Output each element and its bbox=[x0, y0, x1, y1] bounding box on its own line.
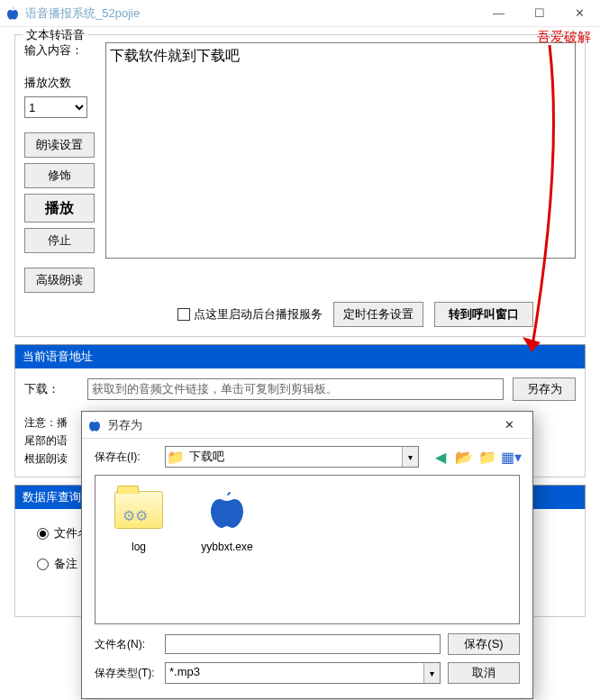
play-button[interactable]: 播放 bbox=[24, 194, 95, 223]
new-folder-icon[interactable]: 📁 bbox=[478, 448, 496, 466]
folder-icon: ⚙⚙ bbox=[114, 491, 163, 529]
goto-call-window-button[interactable]: 转到呼叫窗口 bbox=[434, 302, 533, 327]
chevron-down-icon: ▾ bbox=[423, 663, 440, 683]
minimize-button[interactable]: — bbox=[478, 0, 519, 27]
start-service-checkbox[interactable] bbox=[177, 308, 190, 321]
close-button[interactable]: ✕ bbox=[559, 0, 600, 27]
tts-group-label: 文本转语音 bbox=[23, 27, 88, 43]
up-folder-icon[interactable]: 📂 bbox=[455, 448, 473, 466]
input-label: 输入内容： bbox=[24, 42, 105, 59]
view-menu-icon[interactable]: ▦▾ bbox=[502, 448, 520, 466]
file-name: log bbox=[103, 541, 175, 553]
download-label: 下载： bbox=[24, 381, 78, 397]
file-name: yybbxt.exe bbox=[191, 541, 263, 553]
radio-note-label: 备注 bbox=[54, 556, 77, 572]
save-in-combo[interactable]: 📁 下载吧 ▾ bbox=[165, 446, 419, 468]
save-as-button[interactable]: 另存为 bbox=[513, 377, 576, 401]
filetype-value: *.mp3 bbox=[166, 663, 423, 683]
app-title: 语音播报系统_52pojie bbox=[25, 5, 140, 22]
save-as-dialog: 另存为 ✕ 保存在(I): 📁 下载吧 ▾ ◀ 📂 📁 ▦▾ ⚙⚙ log bbox=[81, 411, 533, 699]
chevron-down-icon: ▾ bbox=[402, 447, 418, 467]
play-count-label: 播放次数 bbox=[24, 75, 105, 91]
file-item-exe[interactable]: yybbxt.exe bbox=[191, 483, 263, 553]
decorate-button[interactable]: 修饰 bbox=[24, 163, 95, 188]
dialog-titlebar: 另存为 ✕ bbox=[82, 412, 532, 439]
file-item-folder[interactable]: ⚙⚙ log bbox=[103, 483, 175, 553]
app-titlebar: 语音播报系统_52pojie — ☐ ✕ bbox=[0, 0, 600, 27]
dialog-close-button[interactable]: ✕ bbox=[491, 418, 527, 432]
tts-textarea[interactable]: 下载软件就到下载吧 bbox=[105, 42, 576, 259]
advanced-read-button[interactable]: 高级朗读 bbox=[24, 268, 95, 293]
maximize-button[interactable]: ☐ bbox=[519, 0, 559, 27]
save-in-label: 保存在(I): bbox=[95, 450, 158, 465]
download-url-input[interactable] bbox=[87, 378, 504, 400]
dialog-title: 另存为 bbox=[107, 417, 142, 433]
radio-filename[interactable] bbox=[37, 528, 49, 540]
read-settings-button[interactable]: 朗读设置 bbox=[24, 132, 95, 158]
app-logo-icon bbox=[5, 6, 20, 21]
dialog-cancel-button[interactable]: 取消 bbox=[448, 662, 520, 684]
timer-settings-button[interactable]: 定时任务设置 bbox=[333, 302, 423, 327]
back-icon[interactable]: ◀ bbox=[432, 448, 450, 466]
play-count-select[interactable]: 1 bbox=[24, 96, 87, 118]
filetype-combo[interactable]: *.mp3 ▾ bbox=[165, 662, 441, 684]
exe-icon bbox=[205, 488, 249, 532]
filename-input[interactable] bbox=[165, 634, 441, 654]
radio-note[interactable] bbox=[37, 559, 49, 570]
address-header: 当前语音地址 bbox=[14, 344, 586, 368]
stop-button[interactable]: 停止 bbox=[24, 228, 95, 253]
dialog-app-icon bbox=[87, 418, 102, 432]
tts-group: 文本转语音 输入内容： 播放次数 1 朗读设置 修饰 播放 停止 高级朗读 下载… bbox=[14, 34, 586, 337]
filetype-label: 保存类型(T): bbox=[95, 666, 158, 681]
filename-label: 文件名(N): bbox=[95, 637, 158, 652]
file-list[interactable]: ⚙⚙ log yybbxt.exe bbox=[95, 475, 520, 624]
save-in-value: 下载吧 bbox=[186, 447, 402, 467]
folder-icon: 📁 bbox=[166, 447, 186, 467]
start-service-label: 点这里启动后台播报服务 bbox=[194, 306, 323, 323]
dialog-save-button[interactable]: 保存(S) bbox=[448, 633, 520, 655]
